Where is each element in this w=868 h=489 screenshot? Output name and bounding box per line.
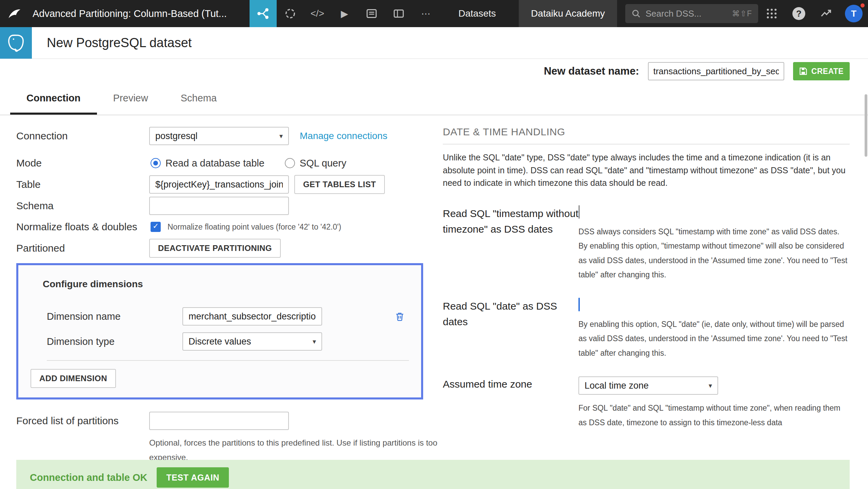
dataset-name-input[interactable] [648,62,784,80]
connection-select-value: postgresql [155,131,198,141]
test-again-button[interactable]: TEST AGAIN [157,467,229,488]
project-title[interactable]: Advanced Partitioning: Column-Based (Tut… [33,8,236,19]
search-icon [631,9,641,18]
timezone-label: Assumed time zone [443,376,578,430]
dimension-name-input[interactable] [182,307,322,326]
breadcrumb-datasets[interactable]: Datasets [458,8,496,19]
help-button[interactable]: ? [785,0,812,27]
deactivate-partitioning-button[interactable]: DEACTIVATE PARTITIONING [149,239,281,258]
mode-options: Read a database table SQL query [151,158,346,169]
tab-preview[interactable]: Preview [97,83,164,115]
dashboard-icon [392,7,405,20]
forced-partitions-input[interactable] [149,412,289,430]
table-input[interactable] [149,175,289,194]
get-tables-list-button[interactable]: GET TABLES LIST [294,175,385,194]
top-navbar: Advanced Partitioning: Column-Based (Tut… [0,0,868,27]
tab-connection[interactable]: Connection [10,83,97,115]
dataiku-logo[interactable] [0,0,28,27]
search-placeholder: Search DSS... [646,8,702,19]
add-dimension-button[interactable]: ADD DIMENSION [31,369,116,388]
lab-icon [284,7,297,20]
chevron-down-icon: ▾ [313,337,316,346]
apps-grid-button[interactable] [758,0,785,27]
search-input[interactable]: Search DSS... ⌘⇧F [625,4,758,23]
connection-form: Connection postgresql ▾ Manage connectio… [16,115,423,489]
date-time-title: DATE & TIME HANDLING [443,126,850,144]
tab-schema[interactable]: Schema [164,83,233,115]
radio-sql-query[interactable] [285,158,295,168]
code-nav-button[interactable]: </> [304,0,331,27]
user-menu[interactable]: T [840,0,868,27]
connection-select[interactable]: postgresql ▾ [149,127,289,145]
dimension-name-label: Dimension name [47,311,182,322]
radio-read-table-label: Read a database table [165,158,264,169]
more-icon: ⋯ [421,8,431,19]
tab-bar: Connection Preview Schema [0,83,868,115]
date-label: Read SQL "date" as DSS dates [443,298,578,360]
main-content: Connection postgresql ▾ Manage connectio… [16,115,850,489]
trending-icon [820,7,832,20]
date-checkbox[interactable] [578,298,580,311]
partitioned-label: Partitioned [16,242,149,254]
apps-grid-icon [766,8,777,19]
dimension-rows: Dimension name Dimension type [47,307,409,351]
forced-partitions-label: Forced list of partitions [16,412,149,430]
dataiku-bird-icon [6,5,22,22]
normalize-help: Normalize floating point values (force '… [167,222,341,232]
page-title: New PostgreSQL dataset [47,36,192,50]
create-button[interactable]: CREATE [793,62,850,80]
vertical-scrollbar[interactable] [865,94,867,157]
dataset-name-row: New dataset name: CREATE [0,59,868,83]
more-nav-button[interactable]: ⋯ [412,0,439,27]
chevron-down-icon: ▾ [279,132,283,140]
timestamp-row: Read SQL "timestamp without timezone" as… [443,206,850,282]
mode-label: Mode [16,157,149,169]
dataiku-academy-button[interactable]: Dataiku Academy [519,0,617,27]
postgresql-dataset-icon [0,27,32,59]
table-label: Table [16,179,149,190]
chevron-down-icon: ▾ [709,382,712,390]
timestamp-label: Read SQL "timestamp without timezone" as… [443,206,578,282]
jobs-icon [365,7,378,20]
schema-input[interactable] [149,197,289,215]
normalize-checkbox[interactable] [151,222,161,232]
connection-row: Connection postgresql ▾ Manage connectio… [16,127,423,145]
configure-dimensions-panel: Configure dimensions Dimension name [16,263,423,399]
schema-row: Schema [16,197,423,215]
create-button-label: CREATE [811,67,844,76]
run-nav-button[interactable]: ▶ [331,0,358,27]
radio-sql-query-label: SQL query [300,158,347,169]
timestamp-checkbox[interactable] [578,205,580,219]
timestamp-control: DSS always considers SQL "timestamp with… [578,206,850,282]
forced-partitions-control: Optional, forces the partitions to this … [149,412,454,465]
connection-label: Connection [16,130,149,142]
timezone-select[interactable]: Local time zone ▾ [578,376,718,395]
manage-connections-link[interactable]: Manage connections [300,131,387,141]
delete-dimension-button[interactable] [395,311,405,321]
dimension-type-select[interactable]: Discrete values ▾ [182,332,322,351]
date-control: By enabling this option, SQL "date" (ie,… [578,298,850,360]
notification-dot [859,2,866,9]
timestamp-help: DSS always considers SQL "timestamp with… [578,224,850,282]
radio-read-table[interactable] [151,158,161,168]
flow-nav-tile[interactable] [250,0,277,27]
partitioned-row: Partitioned DEACTIVATE PARTITIONING [16,239,423,258]
dimension-type-value: Discrete values [189,336,251,347]
lab-nav-button[interactable] [277,0,304,27]
schema-label: Schema [16,200,149,212]
metrics-button[interactable] [812,0,840,27]
timezone-help: For SQL "date" and SQL "timestamp withou… [578,401,850,430]
date-time-intro: Unlike the SQL "date" type, DSS "date" t… [443,151,850,190]
normalize-row: Normalize floats & doubles Normalize flo… [16,218,423,236]
dataset-name-label: New dataset name: [544,65,639,77]
play-icon: ▶ [341,8,348,19]
jobs-nav-button[interactable] [358,0,385,27]
postgresql-elephant-icon [6,33,26,53]
configure-dimensions-title: Configure dimensions [43,279,409,290]
dimension-type-label: Dimension type [47,336,182,347]
status-message: Connection and table OK [30,472,147,483]
dashboard-nav-button[interactable] [385,0,412,27]
connection-status-bar: Connection and table OK TEST AGAIN [16,460,850,489]
timezone-control: Local time zone ▾ For SQL "date" and SQL… [578,376,850,430]
date-help: By enabling this option, SQL "date" (ie,… [578,317,850,360]
